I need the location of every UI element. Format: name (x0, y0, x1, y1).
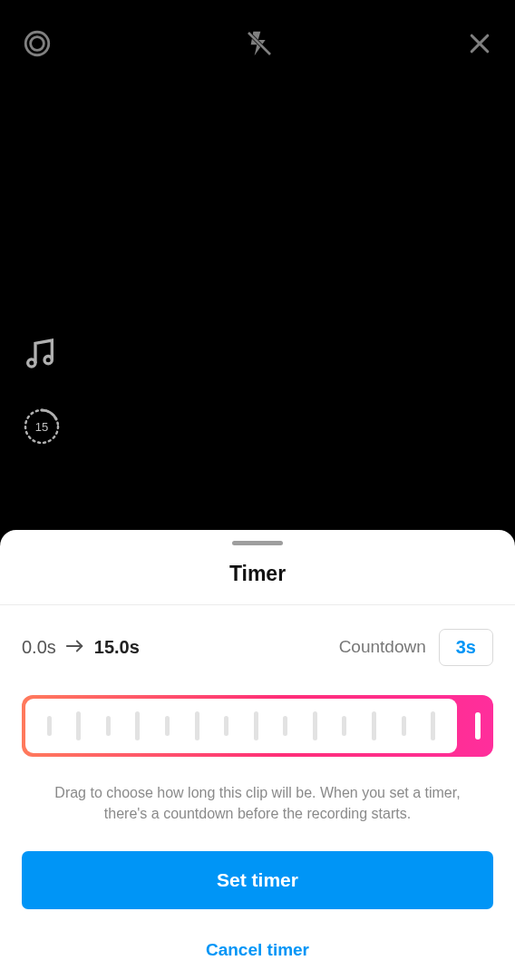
svg-point-1 (31, 37, 44, 51)
countdown-group: Countdown 3s (339, 629, 493, 666)
svg-point-7 (44, 357, 52, 364)
slider-ticks (25, 699, 457, 753)
slider-tick (106, 716, 111, 736)
sheet-grabber[interactable] (232, 541, 283, 545)
slider-tick (402, 716, 406, 736)
set-timer-button[interactable]: Set timer (22, 851, 493, 909)
slider-handle[interactable] (475, 712, 481, 740)
music-icon[interactable] (22, 336, 62, 376)
camera-screen: 15 Timer 0.0s 15.0s Countdown 3s (0, 0, 515, 980)
range-end: 15.0s (94, 637, 140, 658)
arrow-right-icon (65, 637, 85, 658)
top-bar (0, 20, 515, 71)
countdown-label: Countdown (339, 637, 426, 657)
slider-tick (165, 716, 170, 736)
countdown-selector[interactable]: 3s (439, 629, 493, 666)
timer-hint: Drag to choose how long this clip will b… (0, 782, 515, 824)
duration-badge[interactable]: 15 (22, 407, 62, 446)
range-row: 0.0s 15.0s Countdown 3s (0, 605, 515, 682)
range-values: 0.0s 15.0s (22, 637, 140, 658)
slider-tick (195, 711, 199, 740)
sheet-title: Timer (0, 562, 515, 605)
slider-tick (313, 711, 317, 740)
svg-point-0 (25, 32, 49, 55)
slider-tick (254, 711, 258, 740)
slider-tick (47, 716, 52, 736)
slider-tick (224, 716, 228, 736)
flash-off-icon[interactable] (245, 29, 274, 62)
slider-tick (76, 711, 81, 740)
svg-point-6 (28, 359, 35, 367)
slider-tick (342, 716, 346, 736)
range-start: 0.0s (22, 637, 56, 658)
duration-slider[interactable] (22, 695, 493, 757)
slider-tick (135, 711, 140, 740)
settings-icon[interactable] (22, 28, 53, 63)
cancel-timer-button[interactable]: Cancel timer (206, 940, 309, 960)
duration-value: 15 (35, 420, 48, 434)
timer-sheet: Timer 0.0s 15.0s Countdown 3s (0, 530, 515, 980)
close-icon[interactable] (466, 30, 493, 61)
side-tools: 15 (22, 336, 62, 446)
slider-tick (283, 716, 287, 736)
slider-tick (372, 711, 376, 740)
slider-tick (431, 711, 435, 740)
